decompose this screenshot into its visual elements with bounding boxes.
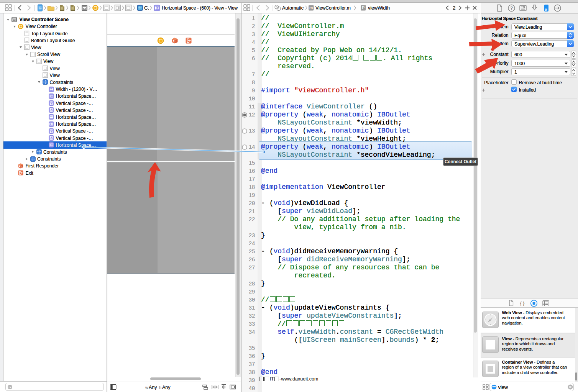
svg-text:viewWidth: viewWidth <box>368 5 390 11</box>
svg-text:w: w <box>145 385 148 390</box>
svg-text:ViewController.m: ViewController.m <box>315 5 351 11</box>
svg-text:C.: C. <box>144 5 149 11</box>
svg-text:m: m <box>309 5 313 10</box>
svg-text:Any: Any <box>162 385 171 390</box>
svg-text:{ }: { } <box>520 301 524 306</box>
svg-text:?: ? <box>510 6 512 10</box>
svg-text:h: h <box>159 385 161 390</box>
svg-text:P: P <box>362 5 365 10</box>
svg-text:1: 1 <box>21 166 22 168</box>
svg-text:2: 2 <box>453 5 456 11</box>
svg-text:Automatic: Automatic <box>282 5 304 11</box>
svg-text:Horizontal Space - (600) - Vie: Horizontal Space - (600) - View - View <box>162 5 238 11</box>
svg-text:1: 1 <box>175 40 176 43</box>
svg-text:Connect Outlet: Connect Outlet <box>445 159 476 164</box>
svg-text:Any: Any <box>149 385 157 390</box>
